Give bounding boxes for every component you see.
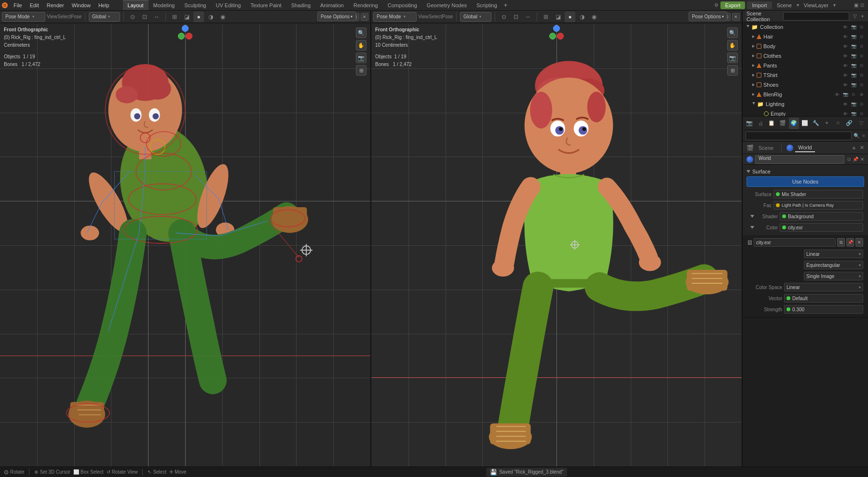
prop-tab-object[interactable]: ⬜ <box>800 118 810 129</box>
tab-scripting[interactable]: Scripting <box>472 0 502 10</box>
outliner-lighting[interactable]: 📁 Lighting 👁 📷 ⊙ <box>743 99 868 109</box>
import-button[interactable]: Import <box>747 1 772 9</box>
select-status[interactable]: ↖ Select <box>148 469 166 475</box>
collection-cam-icon[interactable]: 📷 <box>850 24 857 30</box>
pants-render-icon[interactable]: ⊙ <box>858 62 865 69</box>
prop-filter-icon[interactable]: ▽ <box>856 118 866 129</box>
collection-eye-icon[interactable]: 👁 <box>842 24 849 30</box>
image-copy-btn[interactable]: ⧉ <box>837 238 845 247</box>
pose-options-btn-right[interactable]: Pose Options▾ <box>689 12 727 21</box>
overlay-btn-left[interactable]: ⊞ <box>169 12 180 22</box>
image-pin-btn[interactable]: 📌 <box>846 238 854 247</box>
outliner-collection[interactable]: 📁 Collection 👁 📷 ⊙ <box>743 22 868 32</box>
shading-render-left[interactable]: ◉ <box>217 12 228 22</box>
view-btn-left[interactable]: View <box>47 12 57 22</box>
transform-dropdown-left[interactable]: Global▾ <box>89 12 120 22</box>
menu-window[interactable]: Window <box>68 0 95 10</box>
grid-icon-right[interactable]: ⊞ <box>727 65 738 76</box>
box-select-status[interactable]: ⬜ Box Select <box>73 469 104 475</box>
viewport-left[interactable]: Pose Mode▾ View Select Pose Global▾ ⊙ ⊡ … <box>0 11 371 466</box>
color-value[interactable]: city.exr <box>780 223 863 232</box>
body-eye-icon[interactable]: 👁 <box>842 43 849 50</box>
snap-btn-left[interactable]: ⊙ <box>127 12 138 22</box>
menu-render[interactable]: Render <box>43 0 68 10</box>
strength-input[interactable]: 0.300 <box>784 305 863 314</box>
shading-material-right[interactable]: ◑ <box>577 12 587 22</box>
pose-btn-left[interactable]: Pose <box>71 12 81 22</box>
outliner-add-icon[interactable]: + <box>861 13 864 20</box>
sw-tab-scene[interactable]: Scene <box>756 144 776 152</box>
clothes-render-icon[interactable]: ⊙ <box>858 53 865 59</box>
world-name-copy-icon[interactable]: ⧉ <box>847 157 851 162</box>
blenrig-eye-icon[interactable]: 👁 <box>834 91 841 98</box>
shading-material-left[interactable]: ◑ <box>205 12 216 22</box>
shading-wire-right[interactable]: ◪ <box>553 12 563 22</box>
overlay-btn-right[interactable]: ⊞ <box>541 12 551 22</box>
use-nodes-button[interactable]: Use Nodes <box>746 176 864 187</box>
prop-tab-modifier[interactable]: 🔧 <box>811 118 821 129</box>
clothes-cam-icon[interactable]: 📷 <box>850 53 857 59</box>
view-btn-right[interactable]: View <box>418 12 429 22</box>
world-name-pin-icon[interactable]: 📌 <box>853 157 858 162</box>
shoes-render-icon[interactable]: ⊙ <box>858 81 865 88</box>
proportional-btn-right[interactable]: ⊡ <box>511 12 521 22</box>
viewport-left-close[interactable]: ✕ <box>361 13 368 21</box>
pants-eye-icon[interactable]: 👁 <box>842 62 849 69</box>
menu-edit[interactable]: Edit <box>26 0 43 10</box>
camera-fly-icon-right[interactable]: 📷 <box>727 53 738 63</box>
set-cursor-status[interactable]: ⊕ Set 3D Cursor <box>34 469 70 475</box>
surface-value[interactable]: Mix Shader <box>773 190 863 199</box>
shoes-eye-icon[interactable]: 👁 <box>842 81 849 88</box>
outliner-clothes[interactable]: Clothes 👁 📷 ⊙ <box>743 51 868 61</box>
grid-icon-left[interactable]: ⊞ <box>356 65 366 76</box>
tshirt-render-icon[interactable]: ⊙ <box>858 72 865 79</box>
world-name-x-icon[interactable]: ✕ <box>860 157 864 162</box>
outliner-pants[interactable]: Pants 👁 📷 ⊙ <box>743 61 868 70</box>
select-btn-right[interactable]: Select <box>430 12 441 22</box>
hair-cam-icon[interactable]: 📷 <box>850 33 857 40</box>
menu-help[interactable]: Help <box>95 0 113 10</box>
shader-value[interactable]: Background <box>780 212 863 221</box>
tab-sculpting[interactable]: Sculpting <box>179 0 211 10</box>
lighting-eye-icon[interactable]: 👁 <box>842 101 849 107</box>
shoes-cam-icon[interactable]: 📷 <box>850 81 857 88</box>
source-dropdown[interactable]: Single Image ▾ <box>804 272 863 280</box>
prop-tab-constraints[interactable]: 🔗 <box>844 118 854 129</box>
pose-mode-dropdown-left[interactable]: Pose Mode▾ <box>2 12 45 22</box>
shading-render-right[interactable]: ◉ <box>589 12 599 22</box>
rotate-view-status[interactable]: ↺ Rotate View <box>107 469 138 475</box>
interpolation-dropdown[interactable]: Linear ▾ <box>804 250 863 258</box>
transform-dropdown-right[interactable]: Global▾ <box>460 12 491 22</box>
add-workspace-button[interactable]: + <box>502 1 510 9</box>
prop-tab-view[interactable]: 📋 <box>767 118 777 129</box>
shading-wire-left[interactable]: ◪ <box>181 12 192 22</box>
export-button[interactable]: Export <box>720 1 746 9</box>
scene-selector[interactable]: ▾ <box>797 2 799 8</box>
transform-tools-left[interactable]: ↔ <box>151 12 162 22</box>
outliner-blenrig[interactable]: BlenRig 👁 📷 ⊙ ⊕ <box>743 90 868 99</box>
body-cam-icon[interactable]: 📷 <box>850 43 857 50</box>
prop-tab-scene[interactable]: 🎬 <box>778 118 788 129</box>
pose-options-btn-left[interactable]: Pose Options▾ <box>317 12 356 21</box>
proportional-btn-left[interactable]: ⊡ <box>139 12 150 22</box>
select-btn-left[interactable]: Select <box>59 12 69 22</box>
color-space-dropdown[interactable]: Linear ▾ <box>784 283 863 292</box>
hand-icon-left[interactable]: ✋ <box>356 40 366 51</box>
screen-layout-button[interactable]: ▣ <box>854 2 858 8</box>
props-filter-icon[interactable]: ≡ <box>862 133 865 138</box>
world-name-input[interactable]: World <box>755 155 844 164</box>
empty-eye-icon[interactable]: 👁 <box>842 110 849 117</box>
sw-tab-world[interactable]: World <box>795 144 815 152</box>
prop-tab-physics[interactable]: ⚛ <box>833 118 843 129</box>
clothes-eye-icon[interactable]: 👁 <box>842 53 849 59</box>
prop-tab-particles[interactable]: ✦ <box>822 118 832 129</box>
tshirt-cam-icon[interactable]: 📷 <box>850 72 857 79</box>
lighting-cam-icon[interactable]: 📷 <box>850 101 857 107</box>
surface-section-title[interactable]: Surface <box>746 167 864 176</box>
collection-render-icon[interactable]: ⊙ <box>858 24 865 30</box>
menu-file[interactable]: File <box>10 0 26 10</box>
pants-cam-icon[interactable]: 📷 <box>850 62 857 69</box>
body-render-icon[interactable]: ⊙ <box>858 43 865 50</box>
hair-render-icon[interactable]: ⊙ <box>858 33 865 40</box>
outliner-filter-icon[interactable]: ▽ <box>853 13 857 19</box>
